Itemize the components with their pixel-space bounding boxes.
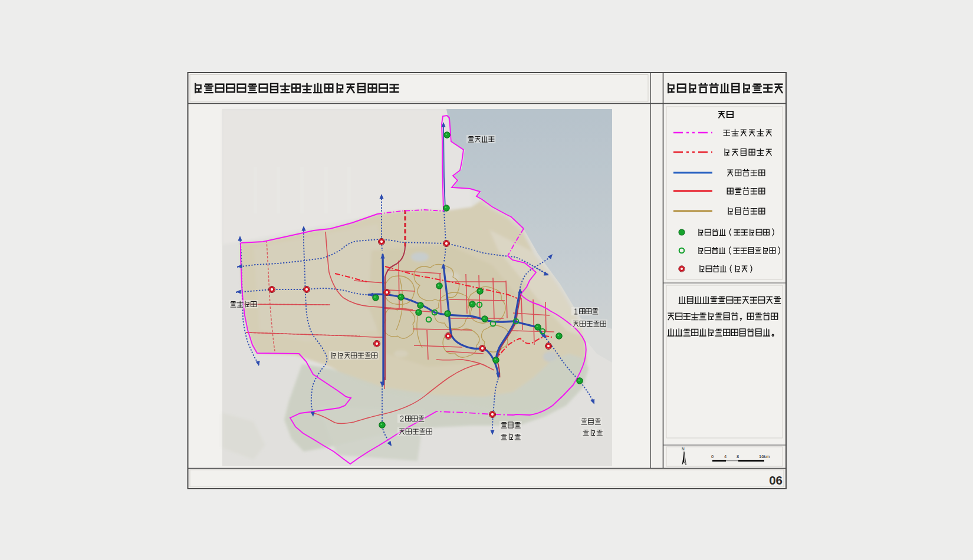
- svg-text:N: N: [682, 447, 685, 451]
- svg-text:16km: 16km: [759, 454, 770, 459]
- svg-text:4: 4: [724, 454, 727, 459]
- svg-text:06: 06: [769, 473, 783, 487]
- svg-text:0: 0: [711, 454, 714, 459]
- svg-text:8: 8: [737, 454, 739, 459]
